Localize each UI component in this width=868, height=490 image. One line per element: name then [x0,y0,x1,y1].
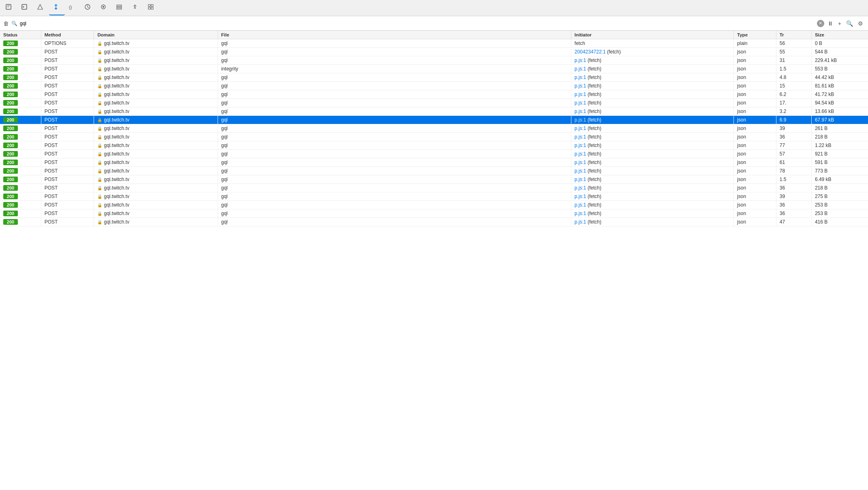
initiator-link[interactable]: p.js:1 [575,109,586,114]
table-row[interactable]: 200POST🔒gql.twitch.tvgqlp.js:1 (fetch)js… [0,184,868,192]
cell-transferred: 56 [776,39,811,48]
col-header-file[interactable]: File [218,31,571,39]
col-header-method[interactable]: Method [41,31,94,39]
col-header-initiator[interactable]: Initiator [571,31,733,39]
toolbar-item-debugger[interactable] [33,1,49,15]
domain-text: gql.twitch.tv [104,109,129,114]
initiator-link[interactable]: p.js:1 [575,177,586,182]
cell-type: json [734,141,776,150]
initiator-link[interactable]: p.js:1 [575,75,586,80]
cell-type: json [734,175,776,184]
col-header-domain[interactable]: Domain [94,31,218,39]
toolbar-item-style-editor[interactable]: {} [65,1,81,15]
initiator-link[interactable]: p.js:1 [575,58,586,63]
initiator-link[interactable]: p.js:1 [575,160,586,165]
initiator-link[interactable]: p.js:1 [575,117,586,123]
cell-transferred: 61 [776,158,811,167]
initiator-link[interactable]: p.js:1 [575,100,586,106]
toolbar-item-storage[interactable] [112,1,128,15]
initiator-link[interactable]: p.js:1 [575,134,586,140]
initiator-link[interactable]: p.js:1 [575,83,586,89]
initiator-link[interactable]: p.js:1 [575,143,586,148]
console-icon [21,4,27,11]
settings-button[interactable]: ⚙ [856,19,865,28]
status-badge: 200 [3,134,18,140]
table-row[interactable]: 200POST🔒gql.twitch.tvgqlp.js:1 (fetch)js… [0,82,868,90]
initiator-link[interactable]: p.js:1 [575,202,586,208]
table-row[interactable]: 200POST🔒gql.twitch.tvgqlp.js:1 (fetch)js… [0,107,868,116]
table-row[interactable]: 200POST🔒gql.twitch.tvgqlp.js:1 (fetch)js… [0,209,868,218]
pause-button[interactable]: ⏸ [826,19,835,28]
initiator-link[interactable]: p.js:1 [575,194,586,199]
toolbar-item-network[interactable] [49,1,65,15]
table-row[interactable]: 200POST🔒gql.twitch.tvgqlp.js:1 (fetch)js… [0,90,868,99]
table-row[interactable]: 200POST🔒gql.twitch.tvgqlp.js:1 (fetch)js… [0,73,868,82]
toolbar-item-memory[interactable] [96,1,112,15]
cell-type: json [734,99,776,107]
table-row[interactable]: 200OPTIONS🔒gql.twitch.tvgqlfetchplain560… [0,39,868,48]
initiator-suffix: (fetch) [586,194,601,199]
toolbar-item-application[interactable] [144,1,160,15]
toolbar-item-accessibility[interactable] [128,1,144,15]
filter-input[interactable] [20,21,815,26]
initiator-suffix: (fetch) [586,177,601,182]
initiator-link[interactable]: p.js:1 [575,66,586,72]
status-badge: 200 [3,109,18,114]
table-row[interactable]: 200POST🔒gql.twitch.tvintegrityp.js:1 (fe… [0,65,868,73]
svg-text:{}: {} [69,5,72,10]
table-row[interactable]: 200POST🔒gql.twitch.tvgqlp.js:1 (fetch)js… [0,201,868,209]
col-header-type[interactable]: Type [734,31,776,39]
table-row[interactable]: 200POST🔒gql.twitch.tvgqlp.js:1 (fetch)js… [0,99,868,107]
table-row[interactable]: 200POST🔒gql.twitch.tvgqlp.js:1 (fetch)js… [0,150,868,158]
table-row[interactable]: 200POST🔒gql.twitch.tvgqlp.js:1 (fetch)js… [0,124,868,133]
clear-filter-button[interactable]: ✕ [817,20,824,27]
cell-transferred: 36 [776,201,811,209]
cell-status: 200 [0,175,41,184]
domain-text: gql.twitch.tv [104,40,129,46]
cell-file: gql [218,209,571,218]
cell-domain: 🔒gql.twitch.tv [94,48,218,56]
initiator-link[interactable]: p.js:1 [575,219,586,225]
table-row[interactable]: 200POST🔒gql.twitch.tvgqlp.js:1 (fetch)js… [0,218,868,226]
toolbar-item-inspector[interactable] [2,1,17,15]
cell-type: json [734,124,776,133]
table-row[interactable]: 200POST🔒gql.twitch.tvgqlp.js:1 (fetch)js… [0,133,868,141]
toolbar-item-console[interactable] [17,1,33,15]
cell-file: gql [218,158,571,167]
status-badge: 200 [3,211,18,216]
svg-rect-13 [148,7,150,9]
col-header-size[interactable]: Size [811,31,868,39]
table-row[interactable]: 200POST🔒gql.twitch.tvgqlp.js:1 (fetch)js… [0,192,868,201]
initiator-link[interactable]: p.js:1 [575,126,586,131]
initiator-link[interactable]: p.js:1 [575,211,586,216]
cell-type: json [734,73,776,82]
clear-requests-button[interactable]: 🗑 [3,20,9,27]
initiator-link[interactable]: p.js:1 [575,168,586,174]
col-header-transferred[interactable]: Tr [776,31,811,39]
initiator-link[interactable]: 2004234722:1 [575,49,606,55]
cell-file: gql [218,56,571,65]
col-header-status[interactable]: Status [0,31,41,39]
cell-file: gql [218,90,571,99]
initiator-link[interactable]: p.js:1 [575,185,586,191]
cell-initiator: p.js:1 (fetch) [571,73,733,82]
table-row[interactable]: 200POST🔒gql.twitch.tvgql2004234722:1 (fe… [0,48,868,56]
toolbar-item-performance[interactable] [81,1,96,15]
initiator-link[interactable]: p.js:1 [575,151,586,157]
lock-icon: 🔒 [97,75,102,80]
table-row[interactable]: 200POST🔒gql.twitch.tvgqlp.js:1 (fetch)js… [0,116,868,124]
table-row[interactable]: 200POST🔒gql.twitch.tvgqlp.js:1 (fetch)js… [0,175,868,184]
search-button[interactable]: 🔍 [844,19,855,28]
cell-method: POST [41,201,94,209]
cell-initiator: fetch [571,39,733,48]
initiator-link[interactable]: p.js:1 [575,92,586,97]
table-row[interactable]: 200POST🔒gql.twitch.tvgqlp.js:1 (fetch)js… [0,167,868,175]
table-row[interactable]: 200POST🔒gql.twitch.tvgqlp.js:1 (fetch)js… [0,56,868,65]
table-row[interactable]: 200POST🔒gql.twitch.tvgqlp.js:1 (fetch)js… [0,158,868,167]
initiator-suffix: (fetch) [586,58,601,63]
add-filter-button[interactable]: + [836,19,843,28]
cell-domain: 🔒gql.twitch.tv [94,150,218,158]
initiator-suffix: (fetch) [586,168,601,174]
domain-text: gql.twitch.tv [104,92,129,97]
table-row[interactable]: 200POST🔒gql.twitch.tvgqlp.js:1 (fetch)js… [0,141,868,150]
